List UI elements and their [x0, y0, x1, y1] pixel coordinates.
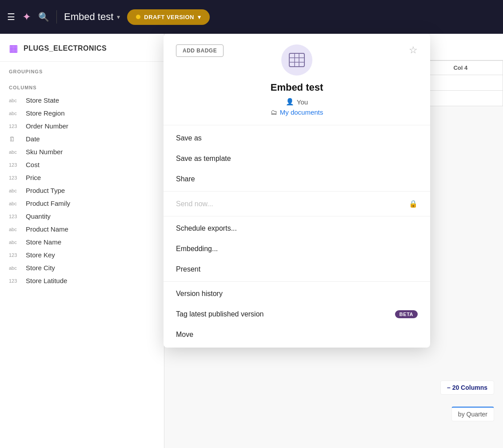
menu-item-label: Embedding...	[176, 245, 218, 253]
col-name: Store Key	[26, 251, 55, 259]
menu-separator	[164, 191, 430, 192]
columns-list: abcStore StateabcStore Region123Order Nu…	[0, 94, 164, 287]
col-type: 123	[9, 162, 21, 168]
col-name: Cost	[26, 161, 40, 168]
doc-title-chevron: ▾	[117, 13, 120, 20]
col-type: abc	[9, 111, 21, 116]
table-name: PLUGS_ELECTRONICS	[24, 44, 107, 52]
columns-label: COLUMNS	[0, 78, 164, 94]
search-icon[interactable]: 🔍	[38, 12, 49, 22]
menu-separator	[164, 281, 430, 282]
doc-title-text: Embed test	[64, 11, 113, 23]
folder-icon: 🗂	[271, 108, 277, 116]
menu-separator	[164, 216, 430, 216]
col-type: abc	[9, 149, 21, 155]
column-item[interactable]: 🗓Date	[0, 132, 164, 145]
folder-link[interactable]: My documents	[280, 108, 323, 116]
groupings-label: GROUPINGS	[0, 62, 164, 78]
lock-icon: 🔒	[409, 200, 418, 208]
main-area: ▦ PLUGS_ELECTRONICS GROUPINGS COLUMNS ab…	[0, 34, 503, 448]
menu-item-share[interactable]: Share	[164, 169, 430, 189]
dropdown-panel: ADD BADGE ☆ Embed test 👤 You 🗂 My docume…	[164, 34, 430, 348]
menu-item-save-as-template[interactable]: Save as template	[164, 148, 430, 169]
menu-item-label: Tag latest published version	[176, 310, 263, 318]
logo-icon: ✦	[22, 11, 31, 23]
menu-item-label: Save as template	[176, 155, 231, 163]
send-now-label: Send now...	[176, 200, 213, 208]
col-name: Quantity	[26, 212, 51, 220]
col-type: abc	[9, 227, 21, 232]
owner-label: You	[297, 98, 308, 106]
hamburger-icon[interactable]: ☰	[7, 12, 15, 22]
col-type: 123	[9, 124, 21, 129]
sidebar: ▦ PLUGS_ELECTRONICS GROUPINGS COLUMNS ab…	[0, 34, 164, 448]
column-item[interactable]: abcSku Number	[0, 145, 164, 158]
menu-item-embedding[interactable]: Embedding...	[164, 239, 430, 259]
doc-title-button[interactable]: Embed test ▾	[64, 11, 120, 23]
column-item[interactable]: 123Store Key	[0, 248, 164, 261]
column-item[interactable]: abcStore Name	[0, 236, 164, 248]
col-name: Store City	[26, 264, 55, 272]
col-name: Order Number	[26, 122, 68, 130]
column-item[interactable]: abcProduct Name	[0, 223, 164, 236]
menu-item-move[interactable]: Move	[164, 324, 430, 345]
star-button[interactable]: ☆	[409, 44, 418, 56]
grid-icon: ▦	[9, 43, 18, 54]
dropdown-owner: 👤 You	[286, 98, 308, 106]
top-bar: ☰ ✦ 🔍 Embed test ▾ DRAFT VERSION ▾	[0, 0, 503, 34]
col-name: Store Name	[26, 238, 61, 246]
col-type: abc	[9, 240, 21, 245]
draft-version-button[interactable]: DRAFT VERSION ▾	[127, 9, 210, 25]
menu-item-save-as[interactable]: Save as	[164, 128, 430, 148]
menu-item-label: Share	[176, 175, 195, 183]
col-type: abc	[9, 201, 21, 206]
sidebar-header: ▦ PLUGS_ELECTRONICS	[0, 43, 164, 62]
dropdown-doc-title: Embed test	[271, 82, 323, 93]
draft-chevron: ▾	[198, 14, 201, 20]
column-item[interactable]: 123Quantity	[0, 210, 164, 223]
col-name: Store State	[26, 96, 59, 104]
col-type: 123	[9, 214, 21, 219]
column-item[interactable]: abcStore State	[0, 94, 164, 107]
column-item[interactable]: abcStore City	[0, 261, 164, 274]
col-type: 123	[9, 278, 21, 284]
column-item[interactable]: abcProduct Type	[0, 184, 164, 197]
dropdown-folder: 🗂 My documents	[271, 108, 323, 116]
menu-item-tag-latest[interactable]: Tag latest published versionBETA	[164, 304, 430, 324]
dropdown-header: ADD BADGE ☆ Embed test 👤 You 🗂 My docume…	[164, 34, 430, 125]
column-item[interactable]: 123Price	[0, 171, 164, 184]
menu-item-label: Move	[176, 331, 193, 339]
col-type: abc	[9, 188, 21, 193]
header-divider	[56, 10, 57, 24]
send-now-item[interactable]: Send now...🔒	[164, 193, 430, 214]
doc-icon-circle	[281, 44, 312, 76]
beta-badge: BETA	[395, 310, 418, 318]
menu-item-label: Present	[176, 265, 200, 273]
col-type: 🗓	[9, 136, 21, 143]
col-name: Price	[26, 174, 41, 181]
add-badge-button[interactable]: ADD BADGE	[176, 44, 224, 57]
svg-rect-0	[289, 53, 304, 67]
col-name: Product Family	[26, 200, 70, 207]
col-name: Store Region	[26, 109, 65, 117]
by-quarter-bar: by Quarter	[451, 407, 494, 421]
menu-item-label: Save as	[176, 134, 202, 142]
menu-item-version-history[interactable]: Version history	[164, 284, 430, 304]
column-item[interactable]: 123Cost	[0, 158, 164, 171]
menu-item-schedule-exports[interactable]: Schedule exports...	[164, 218, 430, 239]
column-item[interactable]: 123Store Latitude	[0, 274, 164, 287]
column-item[interactable]: 123Order Number	[0, 120, 164, 132]
column-item[interactable]: abcProduct Family	[0, 197, 164, 210]
menu-item-present[interactable]: Present	[164, 259, 430, 280]
col-type: abc	[9, 265, 21, 271]
col-name: Date	[26, 135, 40, 143]
spreadsheet-icon	[289, 53, 305, 67]
columns-count-bar: – 20 Columns	[440, 380, 494, 395]
draft-version-label: DRAFT VERSION	[144, 14, 194, 20]
col-name: Product Name	[26, 225, 68, 233]
col-type: abc	[9, 98, 21, 103]
col-name: Product Type	[26, 187, 65, 194]
column-item[interactable]: abcStore Region	[0, 107, 164, 120]
col-type: 123	[9, 252, 21, 258]
dropdown-menu: Save asSave as templateShareSend now...🔒…	[164, 125, 430, 348]
